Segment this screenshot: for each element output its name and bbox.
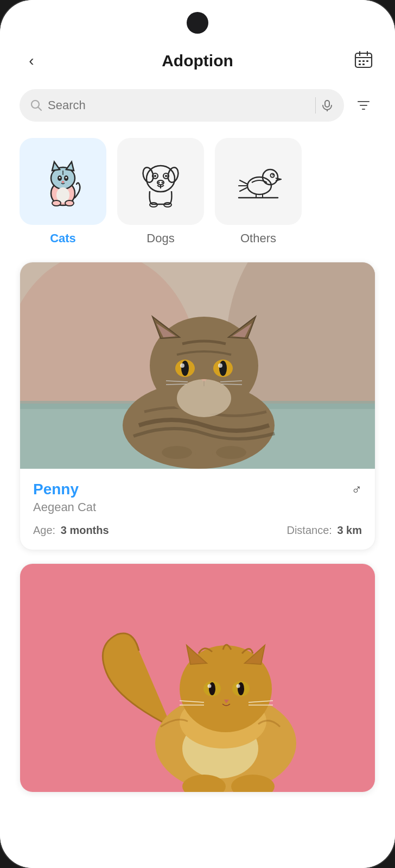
categories: Cats	[0, 133, 395, 262]
dogs-icon-box	[117, 138, 204, 225]
svg-point-64	[180, 363, 184, 368]
svg-point-89	[237, 684, 240, 688]
svg-marker-16	[66, 162, 74, 171]
svg-point-31	[154, 175, 156, 177]
svg-line-69	[166, 384, 187, 385]
svg-point-88	[208, 684, 212, 688]
pet-card-second[interactable]	[20, 563, 375, 792]
screen-content: ‹ Adoption	[0, 0, 395, 868]
svg-point-21	[62, 181, 65, 183]
svg-line-10	[38, 107, 41, 110]
svg-rect-8	[362, 64, 365, 65]
svg-line-71	[221, 384, 242, 385]
pet-name-row: Penny ♂	[33, 481, 362, 498]
svg-point-32	[165, 175, 167, 177]
search-divider	[315, 97, 316, 114]
microphone-icon[interactable]	[321, 99, 333, 111]
category-dogs[interactable]: Dogs	[117, 138, 204, 246]
others-label: Others	[240, 231, 276, 246]
search-container	[0, 84, 395, 133]
category-others[interactable]: Others	[215, 138, 302, 246]
search-icon	[30, 99, 42, 111]
pet-distance: Distance: 3 km	[286, 524, 362, 537]
svg-point-63	[219, 361, 227, 376]
cats-label: Cats	[50, 231, 76, 246]
svg-rect-4	[359, 60, 361, 62]
svg-rect-5	[362, 60, 365, 62]
svg-rect-7	[359, 64, 361, 65]
cards-container: Penny ♂ Aegean Cat Age: 3 months Distanc…	[0, 262, 395, 792]
svg-rect-11	[325, 100, 329, 107]
svg-point-20	[66, 177, 67, 179]
camera-notch	[187, 12, 208, 34]
svg-point-23	[52, 200, 61, 206]
page-title: Adoption	[162, 52, 233, 70]
svg-point-72	[177, 379, 231, 417]
filter-button[interactable]	[352, 93, 375, 117]
svg-point-35	[162, 182, 163, 184]
svg-point-75	[162, 446, 192, 459]
phone-screen: ‹ Adoption	[0, 0, 395, 868]
svg-point-19	[59, 177, 61, 179]
svg-point-62	[181, 361, 189, 376]
gender-icon: ♂	[352, 481, 362, 498]
search-bar[interactable]	[20, 89, 344, 122]
header: ‹ Adoption	[0, 43, 395, 84]
distance-label: Distance:	[286, 524, 332, 536]
pet-card-penny[interactable]: Penny ♂ Aegean Cat Age: 3 months Distanc…	[20, 262, 375, 550]
age-label: Age:	[33, 524, 55, 536]
pet-age: Age: 3 months	[33, 524, 109, 537]
pet-name: Penny	[33, 481, 79, 498]
svg-point-65	[218, 363, 222, 368]
svg-marker-15	[52, 162, 60, 171]
svg-point-42	[272, 174, 273, 175]
cats-icon-box	[20, 138, 106, 225]
calendar-icon	[354, 51, 373, 71]
pet-meta: Age: 3 months Distance: 3 km	[33, 524, 362, 537]
svg-point-76	[216, 446, 246, 459]
svg-point-34	[158, 182, 160, 184]
svg-point-24	[65, 200, 74, 206]
svg-point-41	[271, 174, 275, 178]
pet-breed: Aegean Cat	[33, 500, 362, 514]
distance-value: 3 km	[337, 524, 362, 536]
pet-card-info-penny: Penny ♂ Aegean Cat Age: 3 months Distanc…	[20, 469, 375, 550]
back-icon: ‹	[29, 52, 34, 70]
svg-point-39	[247, 177, 271, 194]
phone-frame: ‹ Adoption	[0, 0, 395, 868]
back-button[interactable]: ‹	[20, 49, 43, 73]
dogs-label: Dogs	[146, 231, 174, 246]
calendar-button[interactable]	[352, 49, 375, 73]
others-icon-box	[215, 138, 302, 225]
category-cats[interactable]: Cats	[20, 138, 106, 246]
search-input[interactable]	[48, 98, 310, 112]
age-value: 3 months	[61, 524, 109, 536]
svg-rect-6	[366, 60, 368, 62]
